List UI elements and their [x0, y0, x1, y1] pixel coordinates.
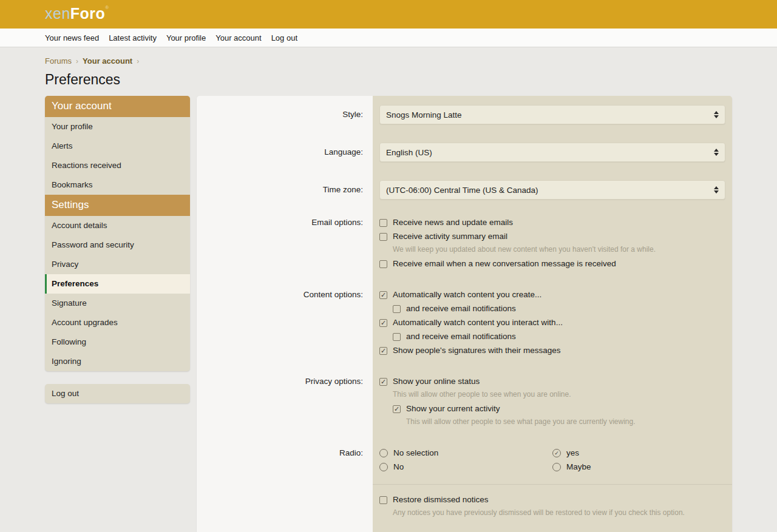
privacy-options-group: ✓Show your online statusThis will allow … [379, 375, 725, 427]
option-hint: We will keep you updated about new conte… [393, 244, 725, 255]
checkbox-option-receive-activity-summary-email[interactable]: Receive activity summary email [379, 231, 725, 243]
sidebar-item-your-profile[interactable]: Your profile [45, 117, 190, 136]
checkbox-option-automatically-watch-content-you-interact-with[interactable]: ✓Automatically watch content you interac… [379, 317, 725, 329]
site-header: xenForo® [0, 0, 777, 29]
checkbox-option-and-receive-email-notifications[interactable]: and receive email notifications [393, 331, 725, 343]
radio-column-left: No selectionNo [379, 445, 552, 475]
radio-unselected-icon[interactable] [552, 463, 561, 471]
language-select-value: English (US) [386, 148, 714, 157]
email-options-label: Email options: [311, 218, 363, 227]
language-label-cell: Language: [197, 133, 373, 171]
radio-label: Radio: [339, 448, 363, 457]
checkbox-option-automatically-watch-content-you-create[interactable]: ✓Automatically watch content you create.… [379, 289, 725, 301]
preferences-form: Style: Snogs Morning Latte Language: Eng… [197, 96, 732, 532]
sidebar-item-bookmarks[interactable]: Bookmarks [45, 175, 190, 195]
sidebar-section-header-your-account: Your account [45, 96, 190, 117]
checkbox-label: Receive news and update emails [393, 217, 513, 229]
email-options-group: Receive news and update emailsReceive ac… [379, 217, 725, 270]
sidebar-item-privacy[interactable]: Privacy [45, 255, 190, 274]
sidebar-item-reactions-received[interactable]: Reactions received [45, 156, 190, 175]
radio-label-cell: Radio: [197, 439, 373, 484]
checkbox-unchecked-icon[interactable] [379, 219, 387, 227]
radio-option-no-selection[interactable]: No selection [379, 447, 552, 459]
sidebar-section-header-settings: Settings [45, 195, 190, 216]
content-options-group: ✓Automatically watch content you create.… [379, 289, 725, 357]
checkbox-label: Receive activity summary email [393, 231, 507, 243]
style-select[interactable]: Snogs Morning Latte [379, 105, 725, 124]
nav-item-latest-activity[interactable]: Latest activity [109, 33, 157, 42]
option-hint: This will allow other people to see what… [406, 417, 725, 427]
style-select-value: Snogs Morning Latte [386, 110, 714, 120]
checkbox-checked-icon[interactable]: ✓ [379, 291, 387, 299]
checkbox-option-show-people-s-signatures-with-their-messages[interactable]: ✓Show people's signatures with their mes… [379, 345, 725, 357]
checkbox-checked-icon[interactable]: ✓ [379, 347, 387, 355]
checkbox-checked-icon[interactable]: ✓ [379, 319, 387, 327]
timezone-label: Time zone: [323, 184, 363, 196]
sidebar-item-preferences[interactable]: Preferences [45, 274, 190, 294]
checkbox-unchecked-icon[interactable] [379, 260, 387, 268]
sidebar-item-account-upgrades[interactable]: Account upgrades [45, 313, 190, 332]
radio-label: yes [566, 447, 579, 459]
radio-label: No selection [393, 447, 438, 459]
breadcrumb-forums[interactable]: Forums [45, 56, 72, 66]
checkbox-unchecked-icon[interactable] [379, 233, 387, 241]
style-label-cell: Style: [197, 96, 373, 133]
checkbox-label: Show your online status [393, 375, 480, 388]
sidebar-item-password-and-security[interactable]: Password and security [45, 235, 190, 255]
radio-option-no[interactable]: No [379, 461, 552, 473]
checkbox-option-receive-email-when-a-new-conversation-message-is-received[interactable]: Receive email when a new conversation me… [379, 258, 725, 270]
sidebar-item-account-details[interactable]: Account details [45, 216, 190, 235]
sidebar-item-following[interactable]: Following [45, 332, 190, 352]
radio-label: No [393, 461, 404, 473]
checkbox-label: and receive email notifications [406, 303, 516, 315]
logout-block: Log out [45, 384, 190, 403]
privacy-options-label-cell: Privacy options: [197, 368, 373, 439]
language-select[interactable]: English (US) [379, 143, 725, 162]
checkbox-checked-icon[interactable]: ✓ [379, 378, 387, 386]
sidebar-item-signature[interactable]: Signature [45, 294, 190, 313]
chevron-right-icon: › [137, 57, 139, 66]
checkbox-label: Receive email when a new conversation me… [393, 258, 616, 270]
checkbox-option-and-receive-email-notifications[interactable]: and receive email notifications [393, 303, 725, 315]
logo-text-foro: Foro [70, 5, 106, 22]
checkbox-option-restore-dismissed-notices[interactable]: Restore dismissed notices [379, 494, 725, 506]
select-arrows-icon [714, 186, 719, 194]
logo-text-xen: xen [45, 5, 70, 22]
checkbox-checked-icon[interactable]: ✓ [393, 405, 401, 413]
checkbox-option-show-your-current-activity[interactable]: ✓Show your current activity [393, 403, 725, 415]
radio-selected-icon[interactable]: ✓ [552, 449, 561, 457]
sidebar-nav-block: Your accountYour profileAlertsReactions … [45, 96, 190, 371]
checkbox-unchecked-icon[interactable] [393, 305, 401, 313]
checkbox-unchecked-icon[interactable] [379, 496, 387, 504]
xenforo-logo[interactable]: xenForo® [45, 0, 109, 22]
radio-unselected-icon[interactable] [379, 463, 388, 471]
content-options-label: Content options: [304, 290, 363, 299]
nav-item-your-news-feed[interactable]: Your news feed [45, 33, 99, 42]
style-label: Style: [342, 109, 363, 121]
radio-unselected-icon[interactable] [379, 449, 388, 457]
timezone-select[interactable]: (UTC-06:00) Central Time (US & Canada) [379, 180, 725, 200]
option-hint: Any notices you have previously dismisse… [393, 508, 725, 518]
page-title: Preferences [45, 72, 732, 88]
chevron-right-icon: › [76, 57, 78, 66]
breadcrumb-your-account[interactable]: Your account [83, 56, 132, 66]
checkbox-label: and receive email notifications [406, 331, 516, 343]
checkbox-option-receive-news-and-update-emails[interactable]: Receive news and update emails [379, 217, 725, 229]
sidebar-item-log-out[interactable]: Log out [45, 384, 190, 403]
radio-option-maybe[interactable]: Maybe [552, 461, 725, 473]
nav-item-your-profile[interactable]: Your profile [166, 33, 206, 42]
sidebar-item-alerts[interactable]: Alerts [45, 136, 190, 156]
checkbox-label: Automatically watch content you create..… [393, 289, 541, 301]
checkbox-unchecked-icon[interactable] [393, 333, 401, 341]
radio-option-yes[interactable]: ✓yes [552, 447, 725, 459]
radio-group: No selectionNo ✓yesMaybe [379, 445, 725, 475]
select-arrows-icon [714, 149, 719, 156]
nav-item-your-account[interactable]: Your account [215, 33, 261, 42]
nav-item-log-out[interactable]: Log out [271, 33, 297, 42]
checkbox-label: Show people's signatures with their mess… [393, 345, 560, 357]
privacy-options-label: Privacy options: [305, 377, 363, 386]
checkbox-option-show-your-online-status[interactable]: ✓Show your online status [379, 375, 725, 388]
breadcrumb: Forums › Your account › [45, 47, 732, 66]
registered-mark-icon: ® [105, 5, 109, 10]
sidebar-item-ignoring[interactable]: Ignoring [45, 352, 190, 371]
